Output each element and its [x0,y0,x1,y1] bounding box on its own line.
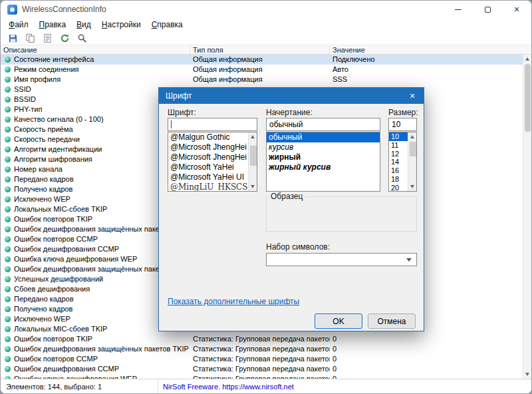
minimize-button[interactable] [444,1,473,18]
style-list-items: обычныйкурсивжирныйжирный курсив [267,132,380,191]
row-status-icon [5,326,11,332]
list-item[interactable]: @MingLiU_HKSCS-ExtB [168,182,248,191]
menu-item[interactable]: Вид [71,19,96,31]
row-value: 0 [330,354,523,364]
list-item[interactable]: 12 [389,150,408,158]
app-window: WirelessConnectionInfo × ФайлПравкаВидНа… [0,0,532,394]
row-status-icon [5,186,11,192]
row-status-icon [5,196,11,202]
row-field-type: Общая информация [190,65,330,75]
toolbar [1,31,531,45]
scrollbar-thumb[interactable] [525,64,531,132]
row-status-icon [5,226,11,232]
row-field-type: Общая информация [190,55,330,65]
maximize-button[interactable] [473,1,502,18]
font-name-input[interactable] [168,118,257,131]
style-label: Начертание: [266,108,313,117]
table-row[interactable]: Ошибок повторов CCMPСтатистика: Группова… [1,354,523,364]
row-field-type: Статистика: Групповая передача пакетов [190,364,330,374]
cancel-button[interactable]: Отмена [368,313,416,329]
row-value: 0 [330,374,523,379]
size-input[interactable]: 10 [388,118,417,131]
menu-bar: ФайлПравкаВидНастройкиСправка [1,18,531,31]
row-field-type: Статистика: Групповая передача пакетов [190,344,330,354]
font-label: Шрифт: [168,108,196,117]
list-item[interactable]: 10 [389,132,408,141]
style-input[interactable]: обычный [266,118,380,131]
properties-button[interactable] [40,32,55,45]
text-caret [171,120,172,128]
window-controls: × [444,1,531,18]
font-list-items: @Malgun Gothic@Microsoft JhengHei@Micros… [168,132,248,191]
row-status-icon [5,276,11,282]
row-description: Ошибок дешифрования защищённых пакетов T… [1,344,190,354]
list-item[interactable]: жирный курсив [267,162,380,172]
table-row[interactable]: Имя профиляОбщая информацияSSS [1,75,523,85]
find-button[interactable] [74,32,89,45]
save-icon [8,33,18,43]
list-item[interactable]: 14 [389,158,408,166]
show-more-fonts-link[interactable]: Показать дополнительные шрифты [168,297,299,306]
row-status-icon [5,316,11,322]
save-button[interactable] [5,32,20,45]
app-icon [7,5,17,15]
row-status-icon [5,256,11,262]
menu-item[interactable]: Настройки [96,19,146,31]
scrollbar-thumb[interactable] [250,146,257,166]
list-item[interactable]: жирный [267,152,380,162]
close-button[interactable]: × [502,1,531,18]
vertical-scrollbar[interactable] [523,55,531,379]
table-row[interactable]: Режим соединенияОбщая информацияАвто [1,65,523,75]
row-status-icon [5,136,11,142]
list-item[interactable]: @Microsoft YaHei [168,162,248,172]
column-header[interactable]: Описание [1,45,190,54]
title-bar: WirelessConnectionInfo × [1,1,531,18]
row-description: Режим соединения [1,65,190,75]
status-bar: Элементов: 144, выбрано: 1 NirSoft Freew… [1,379,531,393]
list-item[interactable]: @Microsoft YaHei UI [168,172,248,182]
charset-select[interactable] [266,253,417,266]
list-item[interactable]: 11 [389,141,408,150]
copy-button[interactable] [23,32,37,45]
list-item[interactable]: @Malgun Gothic [168,132,248,142]
font-list-scrollbar[interactable] [248,132,257,191]
menu-item[interactable]: Правка [34,19,72,31]
row-status-icon [5,166,11,172]
table-row[interactable]: Ошибок ключа дешифрования WEPСтатистика:… [1,374,523,379]
row-description: Имя профиля [1,75,190,85]
row-status-icon [5,286,11,292]
list-item[interactable]: 20 [389,184,408,191]
list-item[interactable]: @Microsoft JhengHei Light [168,152,248,162]
row-status-icon [5,126,11,132]
ok-button[interactable]: OK [315,313,362,329]
table-row[interactable]: Состояние интерфейсаОбщая информацияПодк… [1,55,523,65]
size-list-scrollbar[interactable] [408,132,416,191]
row-value: SSS [330,75,523,85]
row-description: Ошибок ключа дешифрования WEP [1,374,190,379]
list-item[interactable]: 18 [389,175,408,184]
scrollbar-thumb[interactable] [410,142,416,156]
nirsoft-link[interactable]: NirSoft Freeware. https://www.nirsoft.ne… [158,379,299,393]
row-status-icon [5,296,11,302]
size-label: Размер: [388,108,418,117]
column-header[interactable]: Тип поля [190,45,330,54]
row-status-icon [5,97,11,102]
scroll-up-icon [525,57,529,61]
row-status-icon [5,116,11,122]
menu-item[interactable]: Справка [146,19,188,31]
table-row[interactable]: Ошибок повторов TKIPСтатистика: Группова… [1,334,523,344]
list-item[interactable]: 16 [389,166,408,175]
list-item[interactable]: обычный [267,132,380,142]
table-row[interactable]: Ошибок дешифрования CCMPСтатистика: Груп… [1,364,523,374]
style-list: обычныйкурсивжирныйжирный курсив [266,132,380,192]
row-description: Ошибок повторов TKIP [1,334,190,344]
dialog-close-button[interactable]: × [401,88,424,104]
refresh-button[interactable] [57,32,72,45]
list-item[interactable]: @Microsoft JhengHei [168,142,248,152]
list-item[interactable]: курсив [267,142,380,152]
column-header[interactable]: Значение [330,45,531,54]
table-row[interactable]: Ошибок дешифрования защищённых пакетов T… [1,344,523,354]
menu-item[interactable]: Файл [3,19,34,31]
row-status-icon [5,366,11,372]
refresh-icon [60,33,70,43]
